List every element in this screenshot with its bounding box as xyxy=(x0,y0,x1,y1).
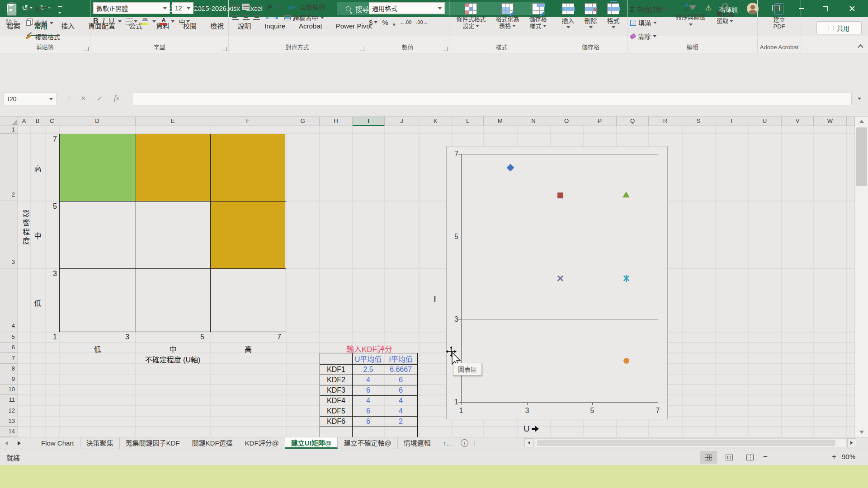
column-header-i[interactable]: I xyxy=(353,117,385,126)
alignment-dialog-launcher[interactable] xyxy=(360,47,364,51)
fill-color-button[interactable] xyxy=(142,18,148,25)
sheet-tab-decision-focus[interactable]: 決策聚焦 xyxy=(80,437,120,449)
expand-formula-bar-icon[interactable] xyxy=(858,98,861,100)
format-as-table-button[interactable]: 格式化為表格 xyxy=(493,2,522,30)
matrix-cell-high-low[interactable] xyxy=(60,134,136,202)
column-header-h[interactable]: H xyxy=(320,117,353,126)
cell-styles-button[interactable]: 儲存格樣式 xyxy=(527,2,550,30)
align-middle-button[interactable] xyxy=(242,4,250,10)
scatter-point-kdf3[interactable] xyxy=(623,192,630,197)
font-size-select[interactable]: 12 xyxy=(172,2,193,14)
column-header-k[interactable]: K xyxy=(419,117,452,126)
enter-icon[interactable]: ✓ xyxy=(97,94,103,103)
row-header-11[interactable]: 11 xyxy=(0,395,18,405)
hscroll-left-icon[interactable] xyxy=(524,438,533,447)
tab-scroll-left-icon[interactable] xyxy=(0,437,13,449)
copy-button[interactable]: 複製 xyxy=(24,17,60,29)
page-layout-view-button[interactable] xyxy=(721,451,738,464)
cut-button[interactable]: ✂剪下 xyxy=(24,4,60,15)
bold-button[interactable]: B xyxy=(93,17,99,25)
align-left-button[interactable] xyxy=(231,14,239,21)
align-right-button[interactable] xyxy=(252,14,260,21)
clipboard-dialog-launcher[interactable] xyxy=(85,47,89,51)
column-header-a[interactable]: A xyxy=(18,117,30,126)
normal-view-button[interactable] xyxy=(700,451,717,464)
scatter-point-kdf6[interactable] xyxy=(623,358,629,364)
sheet-tab-scenario-logic[interactable]: 情境邏輯 xyxy=(398,437,437,449)
column-header-r[interactable]: R xyxy=(649,117,682,126)
format-painter-button[interactable]: 複製格式 xyxy=(24,31,60,42)
zoom-out-button[interactable]: − xyxy=(763,452,768,461)
row-header-8[interactable]: 8 xyxy=(0,364,18,374)
column-header-e[interactable]: E xyxy=(136,117,210,126)
fill-button[interactable]: ↓填滿 xyxy=(630,17,668,28)
formula-bar-grip[interactable]: ⋮ xyxy=(66,95,72,102)
kdf-row-5[interactable]: KDF564 xyxy=(320,406,418,417)
sheet-tab-build-ui-matrix[interactable]: 建立UI矩陣@ xyxy=(285,437,338,449)
cancel-icon[interactable]: ✕ xyxy=(80,94,86,103)
delete-cells-button[interactable]: ✕ 刪除 xyxy=(582,2,600,29)
column-header-m[interactable]: M xyxy=(484,117,517,126)
column-header-f[interactable]: F xyxy=(210,117,286,126)
kdf-row-1[interactable]: KDF12.56.6667 xyxy=(320,365,418,375)
row-header-14[interactable]: 14 xyxy=(0,427,18,437)
column-header-p[interactable]: P xyxy=(583,117,617,126)
column-header-u[interactable]: U xyxy=(748,117,782,126)
column-header-d[interactable]: D xyxy=(59,117,136,126)
kdf-row-4[interactable]: KDF444 xyxy=(320,396,418,406)
row-header-12[interactable]: 12 xyxy=(0,405,18,416)
insert-cells-button[interactable]: 插入 xyxy=(559,2,577,29)
column-header-w[interactable]: W xyxy=(814,117,847,126)
wrap-text-button[interactable]: ab↩自動換行 xyxy=(288,2,325,11)
paste-button[interactable]: 貼上 xyxy=(3,2,21,31)
row-header-6[interactable]: 6 xyxy=(0,343,18,353)
sheet-tab-collect-kdf[interactable]: 蒐集關鍵因子KDF xyxy=(120,437,186,449)
new-sheet-button[interactable]: + xyxy=(458,437,472,449)
scroll-up-icon[interactable] xyxy=(855,117,868,126)
font-name-select[interactable]: 微軟正黑體 xyxy=(93,2,170,14)
row-header-4[interactable]: 4 xyxy=(0,268,18,332)
italic-button[interactable]: I xyxy=(103,17,105,25)
comma-button[interactable]: , xyxy=(393,17,395,27)
percent-button[interactable]: % xyxy=(382,19,388,26)
row-header-2[interactable]: 2 xyxy=(0,134,18,201)
column-header-c[interactable]: C xyxy=(45,117,59,126)
zoom-in-button[interactable]: + xyxy=(832,452,836,461)
column-header-j[interactable]: J xyxy=(385,117,419,126)
sheet-tab-key-kdf-select[interactable]: 關鍵KDF選擇 xyxy=(186,437,239,449)
number-dialog-launcher[interactable] xyxy=(443,47,448,51)
font-color-button[interactable]: A xyxy=(160,18,167,25)
column-header-q[interactable]: Q xyxy=(617,117,649,126)
scatter-chart[interactable]: 7 5 3 1 1 3 5 7 xyxy=(446,146,668,419)
column-header-b[interactable]: B xyxy=(30,117,45,126)
tab-scroll-right-icon[interactable] xyxy=(13,437,25,449)
scatter-point-kdf2[interactable] xyxy=(557,192,563,198)
sheet-tab-overflow[interactable]: ↑... xyxy=(437,437,458,449)
column-header-t[interactable]: T xyxy=(715,117,748,126)
row-header-13[interactable]: 13 xyxy=(0,416,18,427)
decrease-font-button[interactable]: Aˇ xyxy=(203,5,208,12)
kdf-row-3[interactable]: KDF366 xyxy=(320,385,418,396)
conditional-formatting-button[interactable]: 條件式格式設定 xyxy=(453,2,488,30)
sheet-tab-build-uncertain-axis[interactable]: 建立不確定軸@ xyxy=(338,437,397,449)
collapse-ribbon-button[interactable] xyxy=(858,44,863,50)
column-header-v[interactable]: V xyxy=(782,117,814,126)
name-box[interactable]: I20 xyxy=(4,93,57,105)
sheet-tab-flow-chart[interactable]: Flow Chart xyxy=(35,437,80,449)
phonetic-button[interactable]: 中 xyxy=(179,17,190,26)
hscroll-right-icon[interactable] xyxy=(847,438,856,447)
merge-center-button[interactable]: 跨欄置中 xyxy=(284,13,324,22)
clear-button[interactable]: 清除 xyxy=(630,30,668,42)
format-cells-button[interactable]: 格式 xyxy=(604,2,623,29)
column-header-g[interactable]: G xyxy=(286,117,320,126)
select-all-corner[interactable] xyxy=(0,117,18,126)
column-header-n[interactable]: N xyxy=(517,117,550,126)
orientation-button[interactable]: ab⟋ xyxy=(266,4,281,10)
row-header-10[interactable]: 10 xyxy=(0,385,18,395)
number-format-select[interactable]: 通用格式 xyxy=(369,2,445,14)
find-select-button[interactable]: 尋找與選取 xyxy=(713,2,736,25)
scatter-point-kdf4[interactable] xyxy=(557,275,564,282)
align-bottom-button[interactable] xyxy=(252,4,260,10)
worksheet-grid[interactable]: A B C D E F G H I J K L M N O P Q R S T … xyxy=(0,117,868,437)
kdf-row-6[interactable]: KDF662 xyxy=(320,417,418,427)
